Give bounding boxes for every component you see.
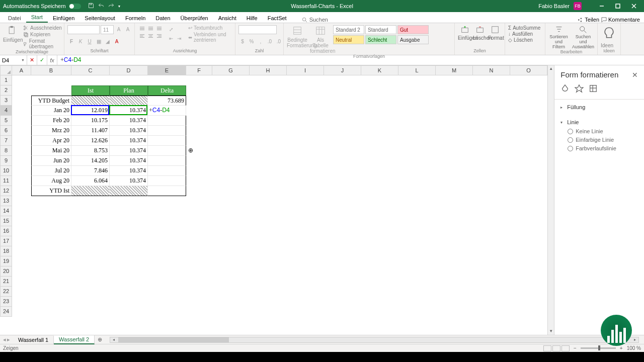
style-schlecht[interactable]: Schlecht xyxy=(365,35,396,44)
tab-help[interactable]: Hilfe xyxy=(242,13,263,23)
radio-icon[interactable] xyxy=(568,146,573,151)
row-header-17[interactable]: 17 xyxy=(0,236,12,246)
save-icon[interactable] xyxy=(88,3,94,10)
tab-page-layout[interactable]: Seitenlayout xyxy=(79,13,120,23)
cell-C4[interactable]: 12.019 xyxy=(71,106,110,116)
tab-nav-first-icon[interactable]: ◂ xyxy=(3,336,6,343)
page-layout-view-icon[interactable] xyxy=(552,345,560,351)
align-bottom-icon[interactable] xyxy=(155,25,163,32)
tab-start[interactable]: Start xyxy=(26,12,48,23)
line-option-solid[interactable]: Einfarbige Linie xyxy=(568,137,638,143)
redo-icon[interactable] xyxy=(108,3,114,10)
merge-center-button[interactable]: ⬌Verbinden und zentrieren xyxy=(188,32,232,43)
col-header-o[interactable]: O xyxy=(510,65,547,75)
fill-section-header[interactable]: ▸Füllung xyxy=(560,103,638,112)
row-header-1[interactable]: 1 xyxy=(0,75,12,85)
col-header-b[interactable]: B xyxy=(31,65,71,75)
decrease-font-icon[interactable]: A xyxy=(124,25,132,33)
user-name[interactable]: Fabio Basler xyxy=(538,3,570,9)
col-header-c[interactable]: C xyxy=(71,65,110,75)
cell-E8[interactable] xyxy=(148,146,186,156)
style-gut[interactable]: Gut xyxy=(397,25,429,34)
cell-styles-gallery[interactable]: Standard 2 Standard Gut Neutral Schlecht… xyxy=(333,25,429,44)
tab-insert[interactable]: Einfügen xyxy=(48,13,79,23)
tab-formulas[interactable]: Formeln xyxy=(120,13,150,23)
font-size-combo[interactable]: 11 xyxy=(101,25,114,34)
new-sheet-button[interactable]: ⊕ xyxy=(95,336,105,343)
autosave-toggle[interactable]: Automatisches Speichern xyxy=(3,3,81,9)
increase-indent-icon[interactable]: ⇥ xyxy=(175,34,183,42)
cell-E4[interactable]: +C4-D4 xyxy=(148,106,186,116)
tab-file[interactable]: Datei xyxy=(3,13,26,23)
cut-button[interactable]: Ausschneiden xyxy=(23,25,62,31)
align-left-icon[interactable] xyxy=(138,33,146,40)
cell-E6[interactable] xyxy=(148,126,186,136)
font-color-button[interactable]: A xyxy=(113,37,121,45)
cell-B11[interactable]: Aug 20 xyxy=(31,176,71,186)
orientation-icon[interactable]: ⤢ xyxy=(167,25,175,33)
line-option-gradient[interactable]: Farbverlaufslinie xyxy=(568,145,638,151)
cell-C11[interactable]: 6.064 xyxy=(71,176,110,186)
comma-format-icon[interactable]: , xyxy=(257,37,265,45)
cell-B9[interactable]: Jun 20 xyxy=(31,156,71,166)
autosave-switch-icon[interactable] xyxy=(69,4,81,9)
tab-review[interactable]: Überprüfen xyxy=(176,13,213,23)
normal-view-icon[interactable] xyxy=(543,345,551,351)
border-button[interactable]: ▦ xyxy=(95,37,103,45)
tell-me-search[interactable]: Suchen xyxy=(302,17,328,23)
fill-line-tab-icon[interactable] xyxy=(560,84,570,94)
col-header-a[interactable]: A xyxy=(12,65,31,75)
cell-C8[interactable]: 8.753 xyxy=(71,146,110,156)
sort-filter-button[interactable]: Sortieren und Filtern xyxy=(548,25,569,49)
ideas-button[interactable]: Ideen xyxy=(601,25,617,48)
cell-E2[interactable]: Delta xyxy=(148,85,186,96)
maximize-button[interactable] xyxy=(611,1,625,11)
tab-data[interactable]: Daten xyxy=(150,13,175,23)
wrap-text-button[interactable]: ↩Textumbruch xyxy=(188,25,232,31)
accounting-format-icon[interactable]: $ xyxy=(238,37,247,45)
row-header-6[interactable]: 6 xyxy=(0,126,12,136)
row-header-13[interactable]: 13 xyxy=(0,196,12,206)
conditional-formatting-button[interactable]: Bedingte Formatierung xyxy=(287,25,308,48)
row-header-22[interactable]: 22 xyxy=(0,287,12,297)
col-header-n[interactable]: N xyxy=(473,65,510,75)
scroll-left-icon[interactable]: ◂ xyxy=(110,337,117,342)
zoom-in-icon[interactable]: + xyxy=(620,345,623,351)
scroll-up-icon[interactable]: ▲ xyxy=(548,65,554,72)
row-header-8[interactable]: 8 xyxy=(0,146,12,156)
decrease-indent-icon[interactable]: ⇤ xyxy=(167,34,175,42)
fill-color-button[interactable]: ◢ xyxy=(104,37,112,45)
col-header-h[interactable]: H xyxy=(250,65,287,75)
cell-C2[interactable]: Ist xyxy=(71,85,110,96)
tab-nav-last-icon[interactable]: ▸ xyxy=(7,336,10,343)
col-header-k[interactable]: K xyxy=(361,65,398,75)
cell-C3[interactable] xyxy=(71,96,110,106)
close-button[interactable] xyxy=(627,1,641,11)
scroll-thumb[interactable] xyxy=(118,337,229,342)
row-header-21[interactable]: 21 xyxy=(0,277,12,287)
col-header-g[interactable]: G xyxy=(212,65,250,75)
select-all-button[interactable] xyxy=(0,65,12,75)
zoom-level[interactable]: 100 % xyxy=(627,345,641,351)
cell-E3[interactable]: 73.689 xyxy=(148,96,186,106)
decrease-decimal-icon[interactable]: .0 xyxy=(275,37,283,45)
horizontal-scrollbar[interactable]: ◂ ▸ xyxy=(110,337,639,343)
number-format-combo[interactable] xyxy=(238,25,277,34)
sheet-tab-wasserfall1[interactable]: Wasserfall 1 xyxy=(13,336,54,344)
cell-B7[interactable]: Apr 20 xyxy=(31,136,71,146)
cell-D7[interactable]: 10.374 xyxy=(110,136,148,146)
cell-E10[interactable] xyxy=(148,166,186,176)
copy-button[interactable]: Kopieren xyxy=(23,32,62,37)
fill-button[interactable]: ↓ Ausfüllen xyxy=(508,31,533,37)
cell-B5[interactable]: Feb 20 xyxy=(31,116,71,126)
share-button[interactable]: Teilen xyxy=(578,17,599,23)
cell-D6[interactable]: 10.374 xyxy=(110,126,148,136)
paste-button[interactable]: Einfügen xyxy=(3,25,21,43)
cell-B4[interactable]: Jan 20 xyxy=(31,106,71,116)
cell-D12[interactable] xyxy=(110,186,148,196)
cell-E9[interactable] xyxy=(148,156,186,166)
col-header-i[interactable]: I xyxy=(287,65,324,75)
increase-font-icon[interactable]: A xyxy=(115,25,123,33)
style-standard2[interactable]: Standard 2 xyxy=(333,25,364,34)
cell-C12[interactable] xyxy=(71,186,110,196)
